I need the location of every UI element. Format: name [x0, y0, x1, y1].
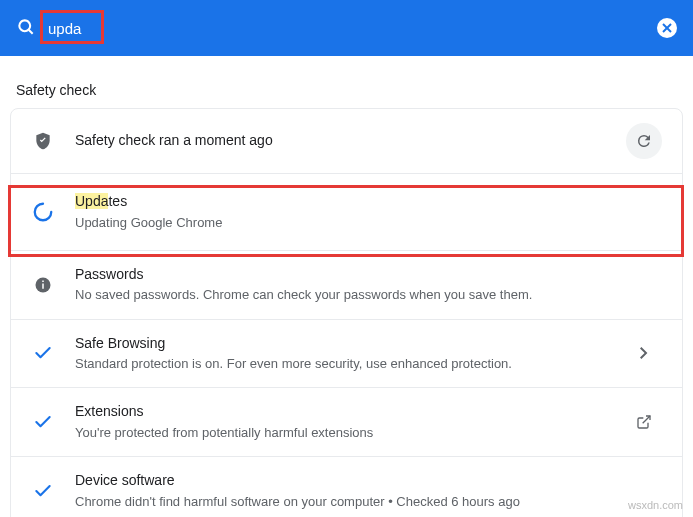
- device-software-row[interactable]: Device software Chrome didn't find harmf…: [11, 456, 682, 517]
- extensions-row[interactable]: Extensions You're protected from potenti…: [11, 387, 682, 456]
- watermark: wsxdn.com: [628, 499, 683, 511]
- safe-browsing-title: Safe Browsing: [75, 334, 626, 354]
- info-icon: [31, 276, 55, 294]
- open-external-icon[interactable]: [626, 404, 662, 440]
- device-software-subtitle: Chrome didn't find harmful software on y…: [75, 493, 662, 511]
- svg-line-7: [643, 416, 650, 423]
- safety-check-title: Safety check ran a moment ago: [75, 131, 626, 151]
- search-bar: [0, 0, 693, 56]
- search-icon: [16, 17, 36, 40]
- extensions-subtitle: You're protected from potentially harmfu…: [75, 424, 626, 442]
- check-icon: [31, 481, 55, 501]
- extensions-title: Extensions: [75, 402, 626, 422]
- refresh-button[interactable]: [626, 123, 662, 159]
- check-icon: [31, 412, 55, 432]
- passwords-subtitle: No saved passwords. Chrome can check you…: [75, 286, 662, 304]
- section-title: Safety check: [0, 56, 693, 108]
- spinner-icon: [31, 201, 55, 223]
- check-icon: [31, 343, 55, 363]
- svg-point-0: [19, 20, 30, 31]
- updates-title: Updates: [75, 192, 662, 212]
- safety-check-row: Safety check ran a moment ago: [11, 109, 682, 173]
- chevron-right-icon[interactable]: [626, 335, 662, 371]
- search-input[interactable]: [48, 20, 657, 37]
- passwords-title: Passwords: [75, 265, 662, 285]
- safe-browsing-row[interactable]: Safe Browsing Standard protection is on.…: [11, 319, 682, 388]
- highlight-match: Upda: [75, 193, 108, 209]
- svg-line-1: [29, 29, 33, 33]
- device-software-title: Device software: [75, 471, 662, 491]
- svg-rect-6: [42, 280, 44, 282]
- updates-row[interactable]: Updates Updating Google Chrome: [11, 173, 682, 250]
- clear-search-button[interactable]: [657, 18, 677, 38]
- shield-icon: [31, 131, 55, 151]
- svg-rect-5: [42, 283, 44, 288]
- updates-subtitle: Updating Google Chrome: [75, 214, 662, 232]
- safe-browsing-subtitle: Standard protection is on. For even more…: [75, 355, 626, 373]
- passwords-row[interactable]: Passwords No saved passwords. Chrome can…: [11, 250, 682, 319]
- safety-check-card: Safety check ran a moment ago Updates Up…: [10, 108, 683, 517]
